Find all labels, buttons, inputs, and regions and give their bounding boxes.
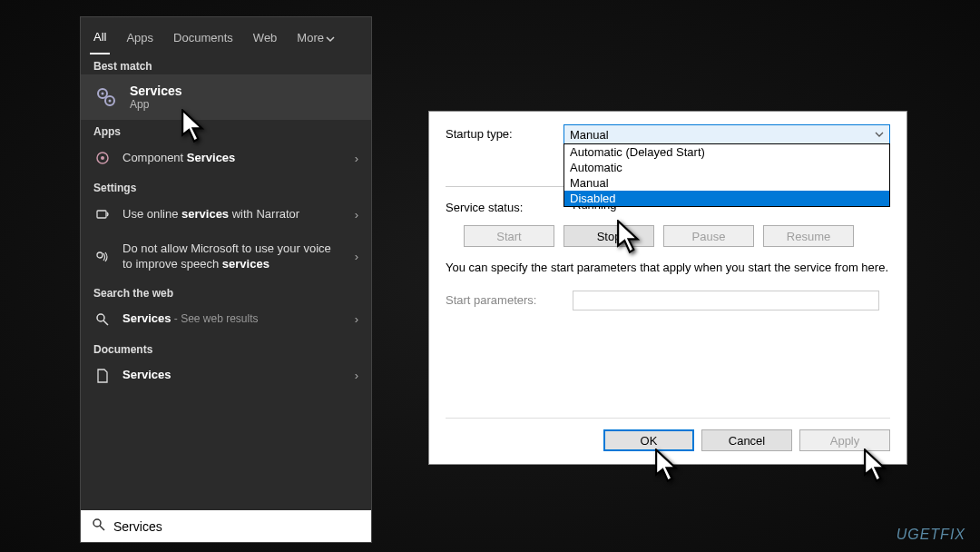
svg-line-11 [100,526,104,530]
svg-point-3 [109,100,112,103]
tab-web[interactable]: Web [250,24,281,54]
item-web-results[interactable]: Services - See web results › [81,301,371,338]
chevron-down-icon [875,130,884,139]
chevron-right-icon: › [355,250,358,263]
search-input[interactable] [113,519,360,534]
section-search-web: Search the web [81,281,371,301]
gear-icon [93,84,119,110]
apply-button: Apply [799,429,890,451]
service-properties-dialog: Startup type: Manual Automatic (Delayed … [428,111,907,465]
svg-point-5 [101,156,104,160]
svg-point-2 [102,93,104,95]
svg-point-10 [93,519,101,527]
chevron-right-icon: › [355,152,358,165]
component-icon [93,149,112,167]
search-icon [92,518,106,535]
narrator-icon [93,205,112,223]
startup-type-combobox[interactable]: Manual [564,124,890,144]
document-icon [93,367,112,385]
section-apps: Apps [81,120,371,140]
start-params-input [573,291,879,310]
svg-point-7 [97,252,103,258]
microphone-icon [93,248,112,266]
start-menu: All Apps Documents Web More Best match S… [80,16,372,543]
startup-type-label: Startup type: [446,124,564,141]
startup-type-dropdown: Automatic (Delayed Start) Automatic Manu… [564,143,890,207]
pause-button: Pause [663,225,754,247]
item-doc-services[interactable]: Services › [81,358,371,394]
svg-rect-6 [97,211,106,218]
service-status-label: Service status: [446,198,573,214]
tab-documents[interactable]: Documents [170,24,237,54]
tab-apps[interactable]: Apps [122,24,157,54]
start-button: Start [464,225,554,247]
section-documents: Documents [81,338,371,358]
item-speech[interactable]: Do not allow Microsoft to use your voice… [81,232,371,281]
option-manual[interactable]: Manual [564,175,889,191]
chevron-right-icon: › [355,369,358,382]
best-match-item[interactable]: Services App [81,74,371,120]
start-params-label: Start parameters: [446,291,573,307]
start-params-description: You can specify the start parameters tha… [446,260,890,276]
chevron-down-icon [326,34,335,44]
tab-all[interactable]: All [90,23,110,54]
item-component-services[interactable]: Component Services › [81,140,371,176]
best-match-subtitle: App [130,98,182,111]
start-menu-tabs: All Apps Documents Web More [81,17,371,54]
svg-line-9 [103,320,108,325]
search-icon [93,310,112,329]
section-best-match: Best match [81,54,371,74]
tab-more[interactable]: More [293,24,338,54]
svg-point-8 [97,314,104,321]
option-disabled[interactable]: Disabled [564,191,889,206]
item-narrator[interactable]: Use online services with Narrator › [81,196,371,232]
option-automatic-delayed[interactable]: Automatic (Delayed Start) [564,144,889,160]
search-bar[interactable] [81,510,371,542]
stop-button[interactable]: Stop [564,225,654,247]
best-match-title: Services [130,84,182,98]
chevron-right-icon: › [355,208,358,222]
section-settings: Settings [81,176,371,196]
option-automatic[interactable]: Automatic [564,160,889,175]
chevron-right-icon: › [355,312,358,326]
watermark: UGETFIX [897,527,965,543]
ok-button[interactable]: OK [603,429,694,451]
cancel-button[interactable]: Cancel [701,429,792,451]
resume-button: Resume [763,225,854,247]
